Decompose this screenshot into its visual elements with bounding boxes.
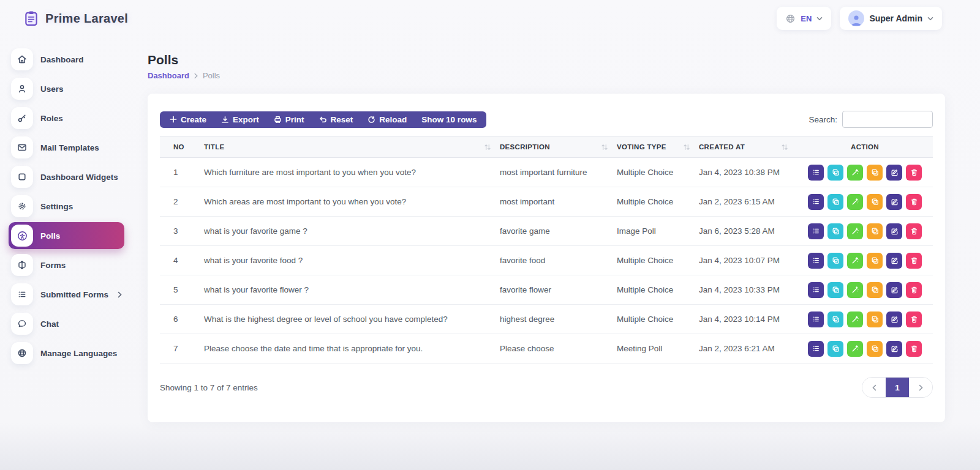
list-icon (812, 168, 820, 176)
poll-result-button[interactable] (847, 311, 863, 327)
poll-result-button[interactable] (847, 253, 863, 269)
view-entries-button[interactable] (808, 223, 824, 239)
column-header-created-at[interactable]: CREATED AT (699, 136, 797, 158)
poll-result-button[interactable] (847, 223, 863, 239)
table-row: 5 what is your favorite flower ? favorit… (160, 275, 933, 305)
trash-icon (910, 345, 918, 352)
poll-result-button[interactable] (847, 194, 863, 210)
edit-button[interactable] (886, 194, 902, 210)
sidebar-item-manage-languages[interactable]: Manage Languages (9, 340, 124, 367)
sidebar-item-dashboard[interactable]: Dashboard (9, 46, 124, 73)
copy-link-button[interactable] (827, 311, 843, 327)
wand-icon (851, 286, 859, 294)
sidebar-item-users[interactable]: Users (9, 75, 124, 102)
duplicate-button[interactable] (867, 223, 883, 239)
breadcrumb-dashboard-link[interactable]: Dashboard (148, 71, 189, 80)
sidebar-item-forms[interactable]: Forms (9, 252, 124, 278)
table-row: 6 What is the highest degree or level of… (160, 305, 933, 334)
sidebar-item-polls[interactable]: Polls (9, 222, 124, 249)
table-row: 4 what is your favorite food ? favorite … (160, 246, 933, 275)
user-menu[interactable]: Super Admin (840, 7, 942, 30)
copy-link-button[interactable] (827, 223, 843, 239)
view-entries-button[interactable] (808, 253, 824, 269)
duplicate-button[interactable] (867, 282, 883, 298)
edit-button[interactable] (886, 341, 902, 357)
sidebar-item-mail-templates[interactable]: Mail Templates (9, 134, 124, 161)
delete-button[interactable] (906, 311, 922, 327)
pagination-next-button[interactable] (909, 378, 932, 397)
duplicate-button[interactable] (867, 194, 883, 210)
table-row: 2 Which areas are most important to you … (160, 187, 933, 217)
delete-button[interactable] (906, 194, 922, 210)
sidebar-item-label: Roles (40, 114, 63, 123)
view-entries-button[interactable] (808, 341, 824, 357)
globe-icon (11, 342, 33, 364)
view-entries-button[interactable] (808, 311, 824, 327)
print-button[interactable]: Print (266, 111, 312, 128)
sort-icon (601, 144, 608, 151)
pagination-page-1[interactable]: 1 (886, 378, 909, 397)
copy-link-button[interactable] (827, 341, 843, 357)
edit-button[interactable] (886, 223, 902, 239)
duplicate-button[interactable] (867, 253, 883, 269)
sidebar-item-label: Polls (40, 231, 60, 241)
poll-icon (11, 225, 33, 247)
gear-icon (11, 195, 33, 217)
delete-button[interactable] (906, 341, 922, 357)
delete-button[interactable] (906, 223, 922, 239)
poll-result-button[interactable] (847, 282, 863, 298)
copy-link-button[interactable] (827, 253, 843, 269)
poll-result-button[interactable] (847, 341, 863, 357)
poll-result-button[interactable] (847, 165, 863, 181)
reload-button[interactable]: Reload (360, 111, 414, 128)
duplicate-button[interactable] (867, 311, 883, 327)
edit-button[interactable] (886, 253, 902, 269)
sidebar-item-roles[interactable]: Roles (9, 105, 124, 132)
sidebar-item-dashboard-widgets[interactable]: Dashboard Widgets (9, 163, 124, 190)
copy-link-button[interactable] (827, 282, 843, 298)
create-button[interactable]: Create (162, 111, 214, 128)
cell-description: favorite game (500, 217, 617, 246)
pagination-prev-button[interactable] (862, 378, 886, 397)
delete-button[interactable] (906, 165, 922, 181)
copy-icon (871, 168, 879, 176)
wand-icon (851, 198, 859, 206)
column-header-voting-type[interactable]: VOTING TYPE (617, 136, 699, 158)
edit-button[interactable] (886, 282, 902, 298)
column-header-description[interactable]: DESCRIPTION (500, 136, 617, 158)
cell-created-at: Jan 4, 2023 10:33 PM (699, 275, 797, 305)
view-entries-button[interactable] (808, 165, 824, 181)
copy-link-button[interactable] (827, 165, 843, 181)
list-icon (11, 283, 33, 305)
edit-button[interactable] (886, 311, 902, 327)
form-icon (11, 254, 33, 276)
export-button[interactable]: Export (214, 111, 266, 128)
polls-table: NO TITLE DESCRIPTION VOTING T (160, 136, 933, 364)
search-label: Search: (809, 115, 837, 124)
sidebar-item-submitted-forms[interactable]: Submitted Forms (9, 281, 124, 308)
copy-link-button[interactable] (827, 194, 843, 210)
cell-no: 2 (160, 187, 189, 217)
list-icon (812, 286, 820, 294)
delete-button[interactable] (906, 282, 922, 298)
show-rows-button[interactable]: Show 10 rows (414, 111, 484, 128)
cell-voting-type: Multiple Choice (617, 158, 699, 187)
sidebar-item-settings[interactable]: Settings (9, 193, 124, 220)
widget-icon (11, 166, 33, 188)
polls-card: Create Export Print Reset (148, 94, 945, 422)
view-entries-button[interactable] (808, 194, 824, 210)
reset-button[interactable]: Reset (312, 111, 361, 128)
cell-description: highest degree (500, 305, 617, 334)
duplicate-button[interactable] (867, 165, 883, 181)
delete-button[interactable] (906, 253, 922, 269)
cell-no: 1 (160, 158, 189, 187)
cell-description: most important (500, 187, 617, 217)
language-selector[interactable]: EN (777, 7, 831, 30)
duplicate-button[interactable] (867, 341, 883, 357)
edit-button[interactable] (886, 165, 902, 181)
main-content: Polls Dashboard Polls Create Export (148, 37, 980, 422)
search-input[interactable] (842, 111, 933, 128)
view-entries-button[interactable] (808, 282, 824, 298)
sidebar-item-chat[interactable]: Chat (9, 310, 124, 337)
column-header-title[interactable]: TITLE (189, 136, 500, 158)
